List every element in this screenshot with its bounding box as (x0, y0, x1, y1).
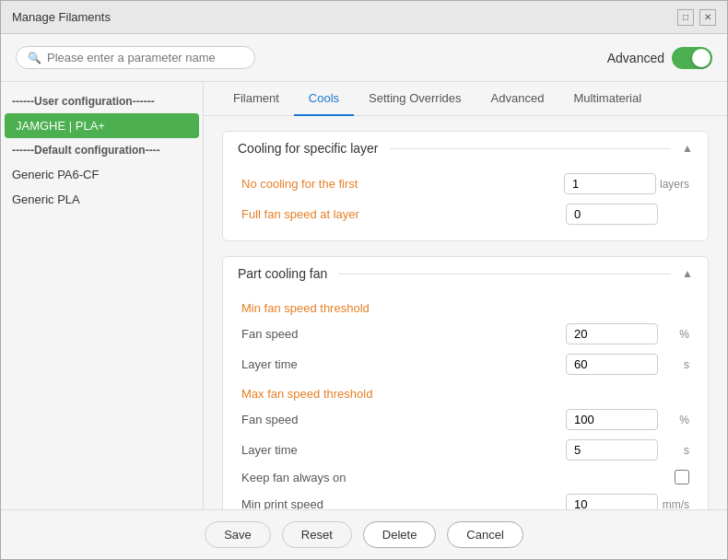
panel: Cooling for specific layer ▲ No cooling … (204, 116, 727, 509)
window: Manage Filaments □ ✕ 🔍 Advanced ------Us… (0, 0, 728, 560)
toggle-knob (692, 49, 710, 67)
sidebar-item-jamghe-pla-plus[interactable]: JAMGHE | PLA+ (5, 113, 199, 138)
min-print-speed-input[interactable] (566, 494, 658, 509)
keep-always-on-checkbox[interactable] (675, 470, 689, 484)
max-layer-time-label: Layer time (241, 443, 558, 457)
max-layer-time-input-group: s (566, 439, 689, 461)
advanced-toggle-area: Advanced (607, 47, 712, 69)
search-input[interactable] (47, 51, 243, 64)
delete-button[interactable]: Delete (363, 521, 437, 548)
advanced-toggle-switch[interactable] (672, 47, 712, 69)
min-layer-time-row: Layer time s (223, 349, 708, 379)
cooling-section: Cooling for specific layer ▲ No cooling … (222, 131, 709, 241)
tab-filament[interactable]: Filament (218, 82, 294, 116)
save-button[interactable]: Save (205, 521, 271, 548)
sidebar: ------User configuration------ JAMGHE | … (1, 82, 204, 509)
min-print-speed-row: Min print speed mm/s (223, 489, 708, 509)
footer: Save Reset Delete Cancel (1, 509, 727, 559)
no-cooling-first-unit: layers (660, 178, 689, 191)
min-fan-speed-label: Fan speed (241, 327, 558, 341)
min-fan-speed-input[interactable] (566, 323, 658, 344)
full-fan-speed-input-group (566, 204, 689, 225)
tab-setting-overrides[interactable]: Setting Overrides (354, 82, 476, 116)
max-layer-time-unit: s (662, 444, 689, 457)
reset-button[interactable]: Reset (282, 521, 352, 548)
min-threshold-label: Min fan speed threshold (223, 294, 708, 319)
search-icon: 🔍 (28, 52, 41, 64)
tab-multimaterial[interactable]: Multimaterial (558, 82, 656, 116)
max-fan-speed-input[interactable] (566, 409, 658, 430)
advanced-label: Advanced (607, 51, 664, 65)
toolbar: 🔍 Advanced (1, 34, 727, 82)
min-print-speed-label: Min print speed (241, 497, 558, 509)
part-cooling-section: Part cooling fan ▲ Min fan speed thresho… (222, 256, 709, 509)
min-layer-time-input-group: s (566, 354, 689, 375)
cooling-section-body: No cooling for the first layers Full fan… (223, 165, 708, 240)
main-content: ------User configuration------ JAMGHE | … (1, 82, 727, 509)
no-cooling-first-row: No cooling for the first layers (223, 169, 708, 199)
sidebar-item-generic-pa6-cf[interactable]: Generic PA6-CF (1, 162, 203, 187)
max-layer-time-input[interactable] (566, 439, 658, 461)
part-cooling-header-line (338, 274, 671, 274)
part-cooling-section-body: Min fan speed threshold Fan speed % Laye… (223, 290, 708, 509)
full-fan-speed-label: Full fan speed at layer (241, 207, 558, 221)
keep-always-on-label: Keep fan always on (241, 471, 667, 484)
part-cooling-section-title: Part cooling fan (238, 266, 327, 281)
no-cooling-first-label: No cooling for the first (241, 177, 557, 191)
max-fan-speed-unit: % (662, 414, 689, 426)
min-layer-time-unit: s (662, 358, 689, 371)
part-cooling-collapse-btn[interactable]: ▲ (682, 267, 693, 280)
min-print-speed-input-group: mm/s (566, 494, 689, 509)
max-fan-speed-input-group: % (566, 409, 689, 430)
default-section-label: ------Default configuration---- (1, 138, 203, 162)
minimize-button[interactable]: □ (677, 9, 694, 26)
sidebar-item-generic-pla[interactable]: Generic PLA (1, 187, 203, 212)
titlebar: Manage Filaments □ ✕ (1, 1, 727, 34)
min-fan-speed-input-group: % (566, 323, 689, 344)
tab-cools[interactable]: Cools (294, 82, 354, 116)
cooling-header-line (390, 148, 672, 149)
full-fan-speed-input[interactable] (566, 204, 658, 225)
search-box: 🔍 (16, 46, 255, 69)
window-title: Manage Filaments (12, 10, 111, 24)
titlebar-controls: □ ✕ (677, 9, 716, 26)
keep-always-on-row: Keep fan always on (223, 465, 708, 489)
part-cooling-section-header: Part cooling fan ▲ (223, 257, 708, 290)
max-fan-speed-row: Fan speed % (223, 404, 708, 435)
max-layer-time-row: Layer time s (223, 435, 708, 465)
tabs: Filament Cools Setting Overrides Advance… (204, 82, 727, 116)
user-section-label: ------User configuration------ (1, 89, 203, 113)
min-layer-time-label: Layer time (241, 357, 558, 371)
no-cooling-first-input-group: layers (564, 173, 689, 194)
full-fan-speed-row: Full fan speed at layer (223, 199, 708, 229)
min-fan-speed-unit: % (662, 328, 689, 341)
content-area: Filament Cools Setting Overrides Advance… (204, 82, 727, 509)
tab-advanced[interactable]: Advanced (476, 82, 559, 116)
min-layer-time-input[interactable] (566, 354, 658, 375)
min-print-speed-unit: mm/s (662, 498, 689, 510)
cooling-section-title: Cooling for specific layer (238, 141, 379, 156)
cancel-button[interactable]: Cancel (447, 521, 523, 548)
max-threshold-label: Max fan speed threshold (223, 379, 708, 404)
close-button[interactable]: ✕ (699, 9, 716, 26)
max-fan-speed-label: Fan speed (241, 413, 558, 426)
no-cooling-first-input[interactable] (564, 173, 656, 194)
cooling-section-header: Cooling for specific layer ▲ (223, 132, 708, 165)
min-fan-speed-row: Fan speed % (223, 319, 708, 349)
cooling-collapse-btn[interactable]: ▲ (682, 142, 693, 155)
